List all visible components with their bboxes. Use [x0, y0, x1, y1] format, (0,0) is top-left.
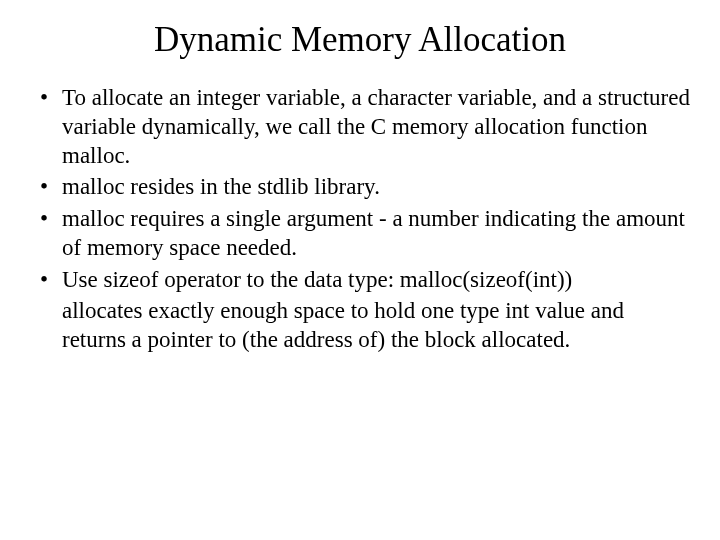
bullet-text: malloc resides in the stdlib library. [62, 173, 690, 202]
bullet-item: • malloc resides in the stdlib library. [40, 173, 690, 202]
bullet-marker-icon: • [40, 205, 62, 263]
bullet-text: To allocate an integer variable, a chara… [62, 84, 690, 170]
bullet-marker-icon: • [40, 266, 62, 295]
slide-body: • To allocate an integer variable, a cha… [30, 84, 690, 355]
slide: Dynamic Memory Allocation • To allocate … [0, 0, 720, 540]
bullet-continuation: allocates exactly enough space to hold o… [62, 297, 690, 355]
slide-title: Dynamic Memory Allocation [30, 20, 690, 60]
bullet-marker-icon: • [40, 173, 62, 202]
bullet-item: • Use sizeof operator to the data type: … [40, 266, 690, 295]
bullet-item: • malloc requires a single argument - a … [40, 205, 690, 263]
bullet-marker-icon: • [40, 84, 62, 170]
bullet-item: • To allocate an integer variable, a cha… [40, 84, 690, 170]
bullet-text: malloc requires a single argument - a nu… [62, 205, 690, 263]
bullet-text: Use sizeof operator to the data type: ma… [62, 266, 690, 295]
